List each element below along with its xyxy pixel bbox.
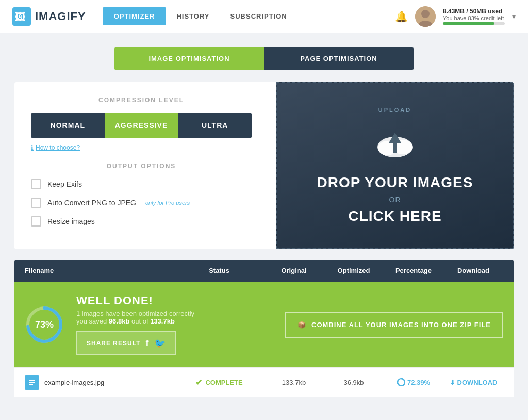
pro-badge: only for Pro users [145, 200, 190, 206]
tab-image-optimisation[interactable]: IMAGE OPTIMISATION [114, 47, 264, 70]
th-optimized: Optimized [324, 267, 384, 274]
auto-convert-row: Auto Convert PNG to JPEG only for Pro us… [31, 198, 252, 208]
twitter-icon: 🐦 [154, 337, 166, 349]
main-content: IMAGE OPTIMISATION PAGE OPTIMISATION COM… [6, 33, 522, 411]
resize-images-row: Resize images [31, 216, 252, 227]
download-icon: ⬇ [450, 379, 455, 386]
tab-bar: IMAGE OPTIMISATION PAGE OPTIMISATION [114, 47, 414, 70]
compression-ultra[interactable]: ULTRA [178, 113, 252, 138]
zip-icon: 📦 [298, 321, 306, 329]
results-subtitle: 1 images have been optimized correctly y… [76, 310, 273, 325]
main-panel: COMPRESSION LEVEL NORMAL AGGRESSIVE ULTR… [14, 82, 514, 249]
user-quota: 8.43MB / 50MB used [443, 8, 505, 15]
facebook-icon: f [145, 338, 149, 349]
svg-text:73%: 73% [35, 319, 54, 330]
avatar [415, 6, 436, 27]
output-options-label: OUTPUT OPTIONS [31, 163, 252, 170]
compression-buttons: NORMAL AGGRESSIVE ULTRA [31, 113, 252, 138]
well-done-title: WELL DONE! [76, 294, 273, 308]
how-to-choose-link[interactable]: ℹ How to choose? [31, 144, 252, 151]
file-original: 133.7kb [264, 379, 324, 386]
keep-exifs-checkbox[interactable] [31, 179, 41, 189]
user-info: 8.43MB / 50MB used You have 83% credit l… [443, 8, 505, 25]
upload-cloud-icon [374, 125, 416, 164]
logo-icon: 🖼 [12, 7, 31, 26]
circle-progress: 73% [25, 305, 64, 344]
file-status: ✔ COMPLETE [174, 378, 264, 387]
nav-subscription[interactable]: SUBSCRIPTION [220, 7, 298, 25]
th-percentage: Percentage [384, 267, 443, 274]
table-header: Filename Status Original Optimized Perce… [14, 260, 514, 282]
compression-aggressive[interactable]: AGGRESSIVE [105, 113, 178, 138]
upload-label: UPLOAD [378, 107, 411, 113]
check-icon: ✔ [195, 378, 202, 387]
upload-or-text: OR [389, 196, 401, 204]
keep-exifs-label: Keep Exifs [47, 180, 82, 188]
info-icon: ℹ [31, 144, 34, 151]
resize-images-label: Resize images [47, 217, 95, 225]
svg-rect-8 [393, 142, 397, 153]
resize-images-checkbox[interactable] [31, 216, 41, 227]
auto-convert-checkbox[interactable] [31, 198, 41, 208]
quota-bar-fill [443, 22, 494, 25]
file-download-button[interactable]: ⬇ DOWNLOAD [443, 379, 503, 386]
share-result-button[interactable]: SHARE RESULT f 🐦 [76, 331, 176, 355]
results-text: WELL DONE! 1 images have been optimized … [76, 294, 273, 355]
keep-exifs-row: Keep Exifs [31, 179, 252, 189]
percentage-icon [397, 378, 405, 386]
tab-page-optimisation[interactable]: PAGE OPTIMISATION [264, 47, 414, 70]
file-percentage: 72.39% [384, 378, 443, 386]
logo: 🖼 IMAGIFY [12, 7, 86, 26]
upload-click-text: CLICK HERE [348, 208, 441, 224]
table-row: example-images.jpg ✔ COMPLETE 133.7kb 36… [14, 367, 514, 397]
svg-rect-15 [29, 382, 35, 383]
results-banner: 73% WELL DONE! 1 images have been optimi… [14, 282, 514, 367]
bell-icon[interactable]: 🔔 [395, 10, 408, 23]
auto-convert-label: Auto Convert PNG to JPEG [47, 199, 136, 207]
svg-rect-14 [29, 380, 35, 381]
svg-text:🖼: 🖼 [15, 11, 25, 23]
chevron-down-icon[interactable]: ▾ [512, 12, 516, 21]
svg-point-3 [421, 10, 430, 18]
main-nav: OPTIMIZER HISTORY SUBSCRIPTION [103, 7, 395, 25]
upload-panel[interactable]: UPLOAD DROP YOUR IMAGES OR CLICK HERE [276, 82, 514, 249]
compression-normal[interactable]: NORMAL [31, 113, 105, 138]
file-filename: example-images.jpg [25, 375, 174, 390]
header: 🖼 IMAGIFY OPTIMIZER HISTORY SUBSCRIPTION… [0, 0, 528, 33]
nav-history[interactable]: HISTORY [166, 7, 220, 25]
th-download: Download [443, 267, 503, 274]
svg-rect-16 [29, 384, 33, 385]
quota-bar [443, 22, 505, 25]
file-optimized: 36.9kb [324, 379, 384, 386]
compression-label: COMPRESSION LEVEL [31, 96, 252, 104]
th-status: Status [174, 267, 264, 274]
file-thumbnail [25, 375, 39, 390]
th-original: Original [264, 267, 324, 274]
nav-optimizer[interactable]: OPTIMIZER [103, 7, 167, 25]
logo-text: IMAGIFY [35, 10, 86, 23]
th-filename: Filename [25, 267, 174, 274]
zip-download-button[interactable]: 📦 COMBINE ALL YOUR IMAGES INTO ONE ZIP F… [285, 312, 503, 338]
settings-panel: COMPRESSION LEVEL NORMAL AGGRESSIVE ULTR… [14, 82, 268, 249]
header-right: 🔔 8.43MB / 50MB used You have 83% credit… [395, 6, 516, 27]
upload-drop-text: DROP YOUR IMAGES [317, 174, 473, 191]
user-credit: You have 83% credit left [443, 15, 505, 21]
